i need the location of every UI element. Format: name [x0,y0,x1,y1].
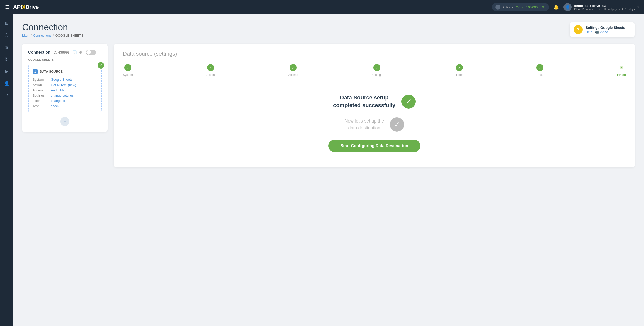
connection-header: Connection (ID: 43899) 📄 ⚙ [28,50,102,55]
step-test: ✓Test [536,64,543,77]
check-circle-gray: ✓ [390,117,404,132]
toggle-switch[interactable] [86,50,96,55]
step-action: ✓Action [206,64,215,77]
success-row-1: Data Source setupcompleted successfully … [333,94,416,109]
ds-rows: SystemGoogle SheetsActionGet ROWS (new)A… [33,78,97,108]
ds-title: DATA SOURCE [40,70,63,73]
page-title: Connection [22,22,84,33]
step-label: Finish [617,73,626,77]
sidebar-item-billing[interactable]: $ [2,42,12,52]
left-card: Connection (ID: 43899) 📄 ⚙ GOOGLE SHEETS… [22,44,108,132]
conn-icons: 📄 ⚙ [73,50,82,54]
user-section: 👤 demo_apix-drive_s3 Plan | Premium PRO … [564,3,639,11]
ds-key: Action [33,83,51,87]
cards-row: Connection (ID: 43899) 📄 ⚙ GOOGLE SHEETS… [22,44,635,167]
success-area: Data Source setupcompleted successfully … [123,89,626,160]
ds-val[interactable]: change settings [51,94,74,97]
ds-row: Settingschange settings [33,94,97,97]
actions-badge: i Actions: 273 of 100'000 (0%) [492,3,549,11]
success-text-main: Data Source setupcompleted successfully [333,94,395,109]
help-content: Settings Google Sheets Help 📹 Video [586,26,625,34]
user-plan: Plan | Premium PRO | left until payment … [574,8,635,11]
topnav-actions: i Actions: 273 of 100'000 (0%) 🔔 👤 demo_… [492,3,639,11]
data-source-box: ✓ 1 DATA SOURCE SystemGoogle SheetsActio… [28,65,102,112]
step-label: Access [288,73,298,77]
avatar: 👤 [564,3,572,11]
add-button[interactable]: + [60,117,69,126]
ds-val[interactable]: Google Sheets [51,78,72,82]
ds-row: ActionGet ROWS (new) [33,83,97,87]
step-circle-done: ✓ [124,64,131,71]
ds-key: System [33,78,51,82]
step-finish: Finish [617,64,626,77]
step-circle-done: ✓ [373,64,380,71]
breadcrumb-main[interactable]: Main [22,34,29,37]
page-header-left: Connection Main / Connections / GOOGLE S… [22,22,84,37]
ds-val[interactable]: change filter [51,99,69,103]
user-info: demo_apix-drive_s3 Plan | Premium PRO | … [574,4,635,11]
sidebar-item-profile[interactable]: 👤 [2,78,12,89]
step-filter: ✓Filter [456,64,463,77]
success-row-2: Now let's set up thedata destination ✓ [345,117,404,132]
card-title: Data source (settings) [123,51,626,57]
step-label: Filter [456,73,463,77]
connection-title: Connection (ID: 43899) [28,50,69,55]
ds-number: 1 [33,69,38,74]
step-circle-done: ✓ [536,64,543,71]
success-text-sub: Now let's set up thedata destination [345,118,384,131]
actions-label: Actions: [502,5,514,9]
step-circle-current [620,66,623,69]
sidebar-item-data[interactable]: 🗄 [2,54,12,64]
sidebar-item-help[interactable]: ? [2,91,12,101]
help-links: Help 📹 Video [586,30,625,34]
help-title: Settings Google Sheets [586,26,625,30]
video-icon: 📹 [595,30,599,34]
ds-val[interactable]: Andrii Mav [51,88,66,92]
step-label: Action [206,73,215,77]
step-label: Settings [372,73,382,77]
ds-row: AccessAndrii Mav [33,88,97,92]
step-label: System [123,73,133,77]
ds-key: Access [33,88,51,92]
doc-icon[interactable]: 📄 [73,50,77,54]
sidebar-item-video[interactable]: ▶ [2,66,12,76]
step-circle-done: ✓ [207,64,214,71]
breadcrumb: Main / Connections / GOOGLE SHEETS [22,34,84,37]
sidebar-item-dashboard[interactable]: ⊞ [2,18,12,28]
ds-key: Test [33,104,51,108]
sidebar: ⊞ ⬡ $ 🗄 ▶ 👤 ? [0,14,13,326]
sidebar-item-flow[interactable]: ⬡ [2,30,12,40]
breadcrumb-current: GOOGLE SHEETS [55,34,84,37]
hamburger-icon[interactable]: ☰ [5,4,10,10]
step-system: ✓System [123,64,133,77]
right-card: Data source (settings) ✓System✓Action✓Ac… [114,44,635,167]
step-circle-done: ✓ [456,64,463,71]
check-circle-green: ✓ [401,95,416,109]
user-name: demo_apix-drive_s3 [574,4,635,8]
main-content: Connection Main / Connections / GOOGLE S… [13,14,644,326]
help-widget: ? Settings Google Sheets Help 📹 Video [570,22,635,37]
ds-val[interactable]: Get ROWS (new) [51,83,76,87]
ds-row: Filterchange filter [33,99,97,103]
help-question-icon: ? [574,25,583,34]
ds-row: SystemGoogle Sheets [33,78,97,82]
actions-count: 273 of 100'000 (0%) [516,5,546,9]
ds-val[interactable]: check [51,104,59,108]
video-link[interactable]: 📹 Video [595,30,608,34]
dropdown-icon[interactable]: ▾ [637,5,639,9]
bell-icon[interactable]: 🔔 [553,4,559,10]
step-circle-done: ✓ [290,64,297,71]
ds-header: 1 DATA SOURCE [33,69,97,74]
gear-icon[interactable]: ⚙ [79,50,82,54]
ds-key: Settings [33,94,51,97]
toggle-knob [86,50,91,55]
connection-id: (ID: 43899) [51,50,69,54]
step-label: Test [537,73,543,77]
help-link[interactable]: Help [586,30,592,34]
ds-key: Filter [33,99,51,103]
breadcrumb-connections[interactable]: Connections [33,34,51,37]
info-icon: i [495,5,500,10]
page-header: Connection Main / Connections / GOOGLE S… [22,22,635,37]
start-configuring-button[interactable]: Start Configuring Data Destination [328,140,420,152]
step-settings: ✓Settings [372,64,382,77]
